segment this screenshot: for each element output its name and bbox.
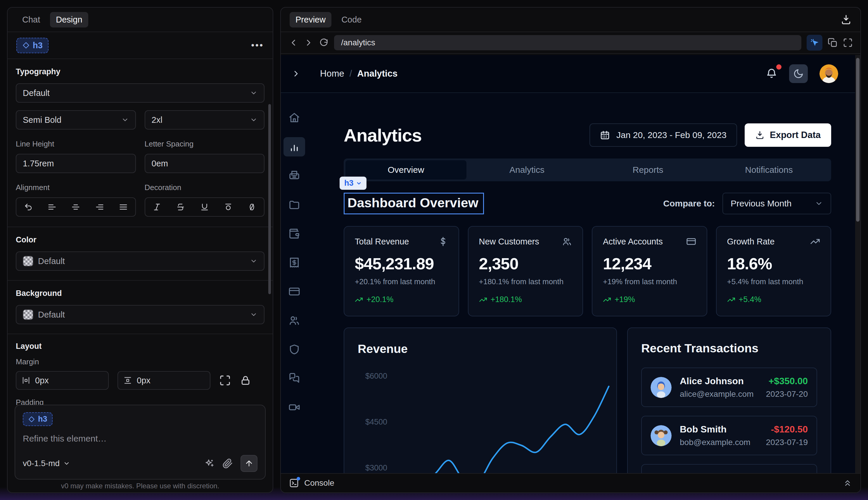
tab-analytics[interactable]: Analytics <box>466 160 588 180</box>
selected-element-chip[interactable]: h3 <box>16 38 48 53</box>
font-weight-value: Semi Bold <box>23 115 61 125</box>
tab-design[interactable]: Design <box>50 12 88 27</box>
strikethrough-icon[interactable] <box>176 202 186 212</box>
model-select[interactable]: v0-1.5-md <box>23 459 70 468</box>
inspect-cursor-button[interactable] <box>807 35 822 50</box>
nav-video[interactable] <box>283 398 305 417</box>
nav-security[interactable] <box>283 340 305 359</box>
forward-icon[interactable] <box>304 38 314 48</box>
stat-value: 2,350 <box>479 254 572 273</box>
preview-scrollbar-track[interactable] <box>855 55 860 473</box>
section-title: Dashboard Overview <box>347 195 478 211</box>
console-bar[interactable]: Console <box>281 473 860 492</box>
color-select[interactable]: Default <box>16 251 265 271</box>
nav-receipts[interactable] <box>283 253 305 272</box>
font-select[interactable]: Default <box>16 83 265 103</box>
sidebar-scrollbar[interactable] <box>268 104 271 294</box>
italic-icon[interactable] <box>152 202 162 212</box>
stat-label: Active Accounts <box>603 237 663 247</box>
lock-icon[interactable] <box>240 375 251 386</box>
model-name: v0-1.5-md <box>23 459 60 468</box>
compare-select[interactable]: Previous Month <box>722 193 831 214</box>
align-left-icon[interactable] <box>47 202 57 212</box>
nav-files[interactable] <box>283 195 305 214</box>
tab-preview[interactable]: Preview <box>290 12 332 27</box>
date-range-button[interactable]: Jan 20, 2023 - Feb 09, 2023 <box>590 123 737 147</box>
background-select[interactable]: Default <box>16 305 265 324</box>
sidebar-expand-icon[interactable] <box>291 69 301 78</box>
trending-up-icon <box>727 296 735 304</box>
selection-outline[interactable]: Dashboard Overview <box>344 193 484 214</box>
stat-sub: +19% from last month <box>603 277 696 286</box>
transaction-row[interactable]: Bob Smith bob@example.com -$120.50 2023-… <box>641 416 817 455</box>
transaction-amount: -$120.50 <box>766 424 808 435</box>
app-main: Analytics Jan 20, 2023 - Feb 09, 2023 Ex… <box>344 93 831 473</box>
no-decoration-icon[interactable] <box>247 202 257 212</box>
overline-icon[interactable] <box>223 202 233 212</box>
stat-label: Total Revenue <box>355 237 409 247</box>
avatar-image <box>820 64 838 83</box>
notifications-button[interactable] <box>766 68 777 80</box>
align-justify-icon[interactable] <box>118 202 128 212</box>
refine-input[interactable]: Refine this element… <box>23 434 257 455</box>
undo-icon[interactable] <box>23 202 33 212</box>
download-icon[interactable] <box>841 14 852 25</box>
nav-invoices[interactable] <box>283 166 305 185</box>
tab-notifications[interactable]: Notifications <box>708 160 830 180</box>
letter-spacing-input[interactable]: 0em <box>145 154 265 173</box>
tab-chat[interactable]: Chat <box>16 12 46 27</box>
stats-grid: Total Revenue $45,231.89 +20.1% from las… <box>344 226 831 316</box>
tab-code[interactable]: Code <box>336 12 367 27</box>
color-heading: Color <box>16 235 265 245</box>
app-topbar: Home / Analytics <box>281 55 860 93</box>
refine-chip-label: h3 <box>38 414 47 424</box>
chevron-down-icon <box>121 116 129 124</box>
copy-icon[interactable] <box>828 38 837 48</box>
margin-x-input[interactable]: 0px <box>16 371 109 390</box>
breadcrumb-home[interactable]: Home <box>320 68 344 79</box>
wallet-icon <box>288 228 300 239</box>
margin-y-input[interactable]: 0px <box>117 371 210 390</box>
theme-toggle-button[interactable] <box>789 64 808 83</box>
nav-wallet[interactable] <box>283 224 305 243</box>
chevron-down-icon <box>250 311 257 318</box>
nav-home[interactable] <box>283 108 305 127</box>
underline-icon[interactable] <box>200 202 210 212</box>
url-input[interactable]: /analytics <box>334 35 801 50</box>
tab-reports[interactable]: Reports <box>588 160 708 180</box>
paperclip-icon[interactable] <box>222 458 233 469</box>
nav-analytics[interactable] <box>283 137 305 157</box>
submit-button[interactable] <box>241 455 257 472</box>
browser-toolbar: /analytics <box>281 32 860 54</box>
align-center-icon[interactable] <box>71 202 81 212</box>
font-value: Default <box>23 88 50 98</box>
nav-cards[interactable] <box>283 282 305 301</box>
chevron-down-icon <box>250 89 257 97</box>
transaction-row[interactable]: Alice Johnson alice@example.com +$350.00… <box>641 367 817 407</box>
chevrons-up-icon[interactable] <box>843 478 852 488</box>
more-options-icon[interactable]: ••• <box>251 41 264 50</box>
export-data-button[interactable]: Export Data <box>745 123 831 147</box>
refresh-icon[interactable] <box>319 38 329 48</box>
user-avatar[interactable] <box>820 64 838 83</box>
avatar <box>650 425 672 446</box>
nav-customers[interactable] <box>283 311 305 330</box>
align-right-icon[interactable] <box>95 202 105 212</box>
fullscreen-icon[interactable] <box>843 38 853 48</box>
back-icon[interactable] <box>288 38 298 48</box>
app-nav-rail <box>281 93 308 473</box>
alignment-group <box>16 197 136 217</box>
expand-corners-icon[interactable] <box>219 375 231 386</box>
video-icon <box>288 401 300 413</box>
preview-scrollbar-thumb[interactable] <box>856 58 859 221</box>
line-height-input[interactable]: 1.75rem <box>16 154 136 173</box>
font-size-select[interactable]: 2xl <box>145 110 265 129</box>
inspected-element-tag[interactable]: h3 <box>339 177 367 190</box>
trending-up-icon <box>479 296 487 304</box>
transaction-name: Bob Smith <box>680 424 751 435</box>
sparkles-icon[interactable] <box>204 458 215 469</box>
font-weight-select[interactable]: Semi Bold <box>16 110 136 129</box>
nav-messages[interactable] <box>283 369 305 388</box>
margin-vertical-icon <box>123 376 132 385</box>
refine-element-chip[interactable]: h3 <box>23 412 53 426</box>
